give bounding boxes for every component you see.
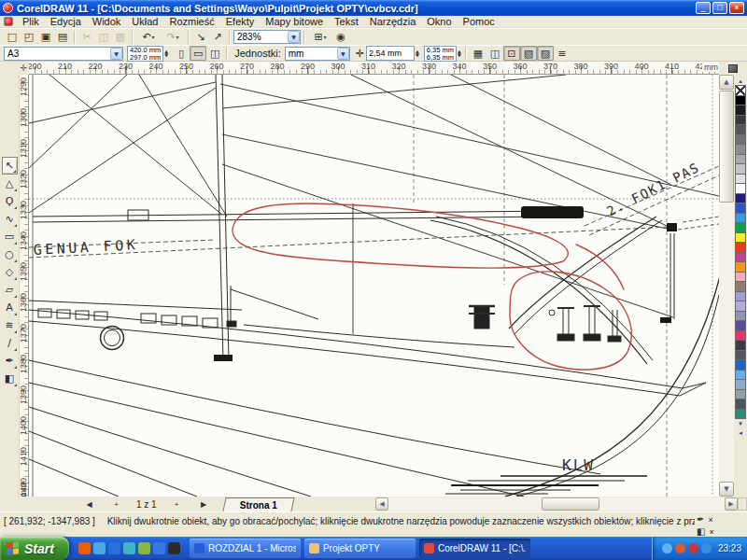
menu-item-rozmieść[interactable]: Rozmieść xyxy=(163,16,219,28)
tray-icon-update[interactable] xyxy=(675,543,685,553)
export-button[interactable]: ↗ xyxy=(209,30,226,45)
color-swatch[interactable] xyxy=(735,409,746,420)
app-launcher-button[interactable]: ⊞▾ xyxy=(308,30,332,45)
units-combo[interactable]: mm ▼ xyxy=(285,47,350,61)
horizontal-scrollbar-thumb[interactable] xyxy=(542,497,599,511)
vertical-scrollbar[interactable]: ▲ ▼ xyxy=(719,75,734,497)
menu-item-widok[interactable]: Widok xyxy=(87,16,127,28)
eyedropper-tool[interactable]: ∕ xyxy=(2,334,18,352)
rectangle-tool[interactable]: ▭ xyxy=(2,228,18,245)
palette-scroll-down-icon[interactable]: ▾ xyxy=(735,419,746,428)
quick-launch-firefox-icon[interactable] xyxy=(78,542,91,554)
import-button[interactable]: ↘ xyxy=(192,30,209,45)
paper-size-fields[interactable]: 420.0 mm 297.0 mm xyxy=(127,46,163,62)
snap-to-guidelines-button[interactable]: ◫ xyxy=(486,46,503,61)
horizontal-scrollbar[interactable]: ◀ ▶ xyxy=(375,497,738,511)
page-tab[interactable]: Strona 1 xyxy=(222,497,294,511)
zoom-level-combo[interactable]: 283% ▼ xyxy=(233,30,301,44)
paper-type-combo[interactable]: A3 ▼ xyxy=(4,47,123,61)
menu-item-narzędzia[interactable]: Narzędzia xyxy=(364,16,422,28)
title-bar[interactable]: CorelDRAW 11 - [C:\Documents and Setting… xyxy=(0,0,747,16)
interactive-blend-tool[interactable]: ≋ xyxy=(2,316,18,334)
tray-icon-volume[interactable] xyxy=(662,543,672,553)
freehand-tool[interactable]: ∿ xyxy=(2,210,18,228)
fill-tool[interactable]: ◧ xyxy=(2,370,18,387)
menu-item-układ[interactable]: Układ xyxy=(126,16,163,28)
snap-to-grid-button[interactable]: ▦ xyxy=(470,46,486,61)
taskbar-clock[interactable]: 23:23 xyxy=(718,543,741,553)
chevron-down-icon[interactable]: ▼ xyxy=(337,48,349,60)
dynamic-guides-button[interactable]: ▧ xyxy=(520,46,537,61)
landscape-button[interactable]: ▭ xyxy=(190,46,206,61)
menu-item-efekty[interactable]: Efekty xyxy=(220,16,261,28)
add-page-before-button[interactable]: + xyxy=(109,497,123,511)
taskbar-window-coreldraw[interactable]: CorelDRAW 11 - [C:\... xyxy=(419,539,530,558)
apply-all-pages-button[interactable]: ◫ xyxy=(206,46,223,61)
maximize-button[interactable]: □ xyxy=(712,2,727,14)
menu-item-edycja[interactable]: Edycja xyxy=(45,16,87,28)
red-annotation[interactable] xyxy=(233,203,631,370)
quick-launch-mail-icon[interactable] xyxy=(123,542,135,554)
quick-launch-msn-icon[interactable] xyxy=(93,542,106,554)
menu-item-mapy-bitowe[interactable]: Mapy bitowe xyxy=(260,16,329,28)
h-ruler[interactable]: 2002102202302402502602702802903003103203… xyxy=(29,62,719,75)
save-button[interactable]: ▣ xyxy=(37,30,54,45)
duplicate-spinner[interactable]: ▲▼ xyxy=(457,49,462,57)
ruler-corner-button[interactable] xyxy=(719,62,747,75)
duplicate-distance-fields[interactable]: 6,35 mm 6,35 mm xyxy=(424,46,457,62)
snap-to-objects-button[interactable]: ⊡ xyxy=(503,46,520,61)
basic-shapes-tool[interactable]: ▱ xyxy=(2,281,18,299)
document-icon[interactable] xyxy=(4,17,13,26)
chevron-down-icon[interactable]: ▾ xyxy=(176,34,179,40)
drawing-canvas[interactable]: GENUA FOK 2. FOK1 PAS KLW xyxy=(29,75,719,497)
tray-icon-network[interactable] xyxy=(701,543,712,553)
nudge-field[interactable]: 2,54 mm xyxy=(366,46,415,61)
taskbar-window-word[interactable]: ROZDZIAL 1 - Micros... xyxy=(190,539,301,558)
chevron-down-icon[interactable]: ▾ xyxy=(324,34,327,40)
ruler-origin[interactable]: ✛ xyxy=(0,62,29,75)
quick-launch-browser-icon[interactable] xyxy=(153,542,165,554)
add-page-after-button[interactable]: + xyxy=(170,497,184,511)
minimize-button[interactable]: _ xyxy=(696,2,711,14)
chevron-down-icon[interactable]: ▼ xyxy=(110,48,122,60)
undo-button[interactable]: ↶▾ xyxy=(136,30,161,45)
first-page-button[interactable]: ◀ xyxy=(82,497,96,511)
start-button[interactable]: Start xyxy=(0,537,69,560)
print-button[interactable]: ▤ xyxy=(54,30,71,45)
menu-item-okno[interactable]: Okno xyxy=(421,16,457,28)
portrait-button[interactable]: ▯ xyxy=(173,46,190,61)
tray-icon-antivirus[interactable] xyxy=(688,543,698,553)
ellipse-tool[interactable]: ○ xyxy=(2,245,18,263)
corel-online-button[interactable]: ◉ xyxy=(332,30,349,45)
taskbar-window-folder[interactable]: Projekt OPTY xyxy=(304,539,416,558)
new-button[interactable]: □ xyxy=(4,30,21,45)
close-button[interactable]: × xyxy=(729,2,744,14)
polygon-tool[interactable]: ◇ xyxy=(2,263,18,281)
pick-tool[interactable]: ↖ xyxy=(2,157,18,175)
paper-height-field[interactable]: 297.0 mm xyxy=(130,54,161,62)
menu-item-plik[interactable]: Plik xyxy=(17,16,45,28)
menu-item-pomoc[interactable]: Pomoc xyxy=(458,16,500,28)
last-page-button[interactable]: ▶ xyxy=(197,497,211,511)
zoom-tool[interactable]: Ϙ xyxy=(2,192,18,210)
nudge-spinner[interactable]: ▲▼ xyxy=(415,49,420,57)
menu-item-tekst[interactable]: Tekst xyxy=(329,16,364,28)
shape-tool[interactable]: △ xyxy=(2,175,18,192)
palette-flyout-icon[interactable]: ◂ xyxy=(735,428,746,438)
treat-as-filled-button[interactable]: ▨ xyxy=(537,46,554,61)
v-ruler[interactable]: 1290130013101320133013401350136013701380… xyxy=(20,75,29,497)
paper-size-spinner[interactable]: ▲▼ xyxy=(163,49,169,57)
scroll-up-icon[interactable]: ▲ xyxy=(719,75,734,90)
chevron-down-icon[interactable]: ▾ xyxy=(152,34,155,40)
outline-tool[interactable]: ✒ xyxy=(2,352,18,370)
quick-launch-winamp-icon[interactable] xyxy=(168,542,180,554)
outline-indicator[interactable]: ✒ × xyxy=(697,513,745,525)
duplicate-y-field[interactable]: 6,35 mm xyxy=(427,54,454,62)
open-button[interactable]: ◰ xyxy=(21,30,37,45)
scroll-left-icon[interactable]: ◀ xyxy=(375,497,388,511)
quick-launch-player-icon[interactable] xyxy=(108,542,120,554)
quick-launch-photo-icon[interactable] xyxy=(138,542,150,554)
text-tool[interactable]: A xyxy=(2,299,18,316)
chevron-down-icon[interactable]: ▼ xyxy=(288,31,300,43)
scroll-right-icon[interactable]: ▶ xyxy=(725,497,738,511)
